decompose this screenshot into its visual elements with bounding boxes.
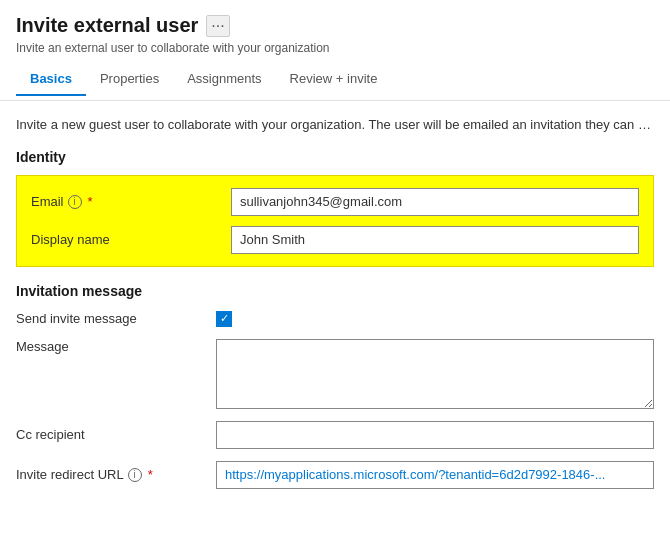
email-label: Email i * (31, 194, 231, 209)
main-content: Invite a new guest user to collaborate w… (0, 101, 670, 515)
message-input[interactable] (216, 339, 654, 409)
invite-redirect-input[interactable] (216, 461, 654, 489)
message-label: Message (16, 339, 216, 354)
page-subtitle: Invite an external user to collaborate w… (16, 41, 654, 55)
send-invite-label: Send invite message (16, 311, 216, 326)
tab-properties[interactable]: Properties (86, 63, 173, 96)
page-title: Invite external user (16, 14, 198, 37)
invitation-section-title: Invitation message (16, 283, 654, 299)
tab-basics[interactable]: Basics (16, 63, 86, 96)
send-invite-checkbox[interactable] (216, 311, 232, 327)
send-invite-checkbox-container (216, 311, 232, 327)
cc-recipient-row: Cc recipient (16, 421, 654, 449)
display-name-label: Display name (31, 232, 231, 247)
identity-box: Email i * Display name (16, 175, 654, 267)
email-input[interactable] (231, 188, 639, 216)
header: Invite external user ··· Invite an exter… (0, 0, 670, 101)
email-row: Email i * (31, 188, 639, 216)
ellipsis-button[interactable]: ··· (206, 15, 229, 37)
cc-recipient-label: Cc recipient (16, 427, 216, 442)
invite-redirect-row: Invite redirect URL i * (16, 461, 654, 489)
display-name-row: Display name (31, 226, 639, 254)
message-row: Message (16, 339, 654, 409)
email-required: * (88, 194, 93, 209)
email-info-icon[interactable]: i (68, 195, 82, 209)
cc-recipient-input[interactable] (216, 421, 654, 449)
send-invite-row: Send invite message (16, 311, 654, 327)
display-name-input[interactable] (231, 226, 639, 254)
tab-review-invite[interactable]: Review + invite (276, 63, 392, 96)
tab-bar: Basics Properties Assignments Review + i… (16, 63, 654, 96)
info-text: Invite a new guest user to collaborate w… (16, 115, 654, 135)
tab-assignments[interactable]: Assignments (173, 63, 275, 96)
invite-redirect-required: * (148, 467, 153, 482)
identity-section-title: Identity (16, 149, 654, 165)
invite-redirect-label: Invite redirect URL i * (16, 467, 216, 482)
invite-redirect-info-icon[interactable]: i (128, 468, 142, 482)
